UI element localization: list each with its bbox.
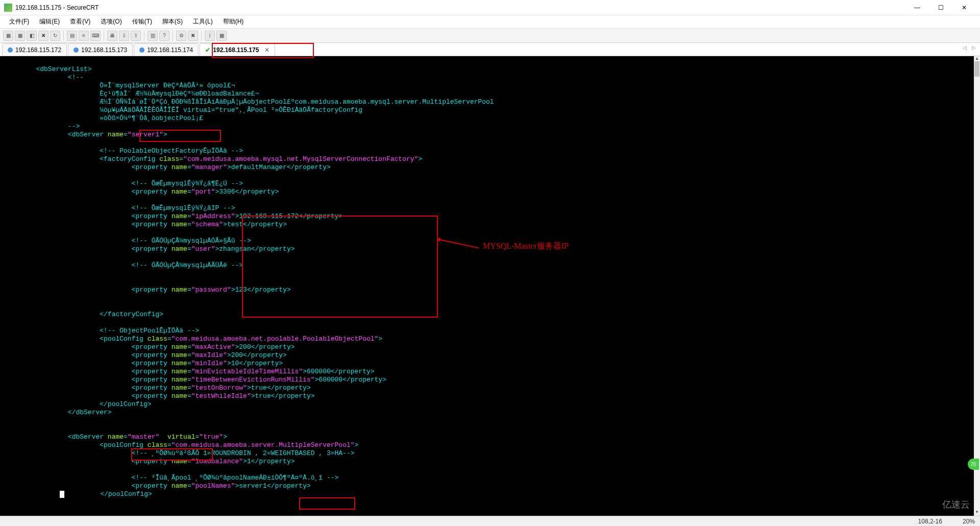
menu-script[interactable]: 脚本(S) [157,15,188,28]
close-button[interactable]: ✕ [952,0,976,15]
toolbar-sep-1 [63,31,64,40]
annotation-text-master-ip: MYSQL-Master服务器IP [483,241,569,252]
menu-edit[interactable]: 编辑(E) [34,15,65,28]
menu-tools[interactable]: 工具(L) [188,15,218,28]
toolbar-btn-17[interactable]: ▦ [216,31,227,41]
menu-file[interactable]: 文件(F) [4,15,34,28]
terminal[interactable]: <dbServerList> <!-- Ò»Î¨mysqlServer ÐèÇª… [0,56,974,516]
status-position: 108,2-16 [918,518,942,525]
minimize-button[interactable]: — [905,0,929,15]
toolbar-sep-3 [144,31,144,40]
menu-help[interactable]: 帮助(H) [218,15,249,28]
tab-4-label: 192.168.115.175 [213,46,259,54]
cursor [60,491,64,498]
tab-1[interactable]: 192.168.115.172 [2,43,67,56]
bullet-icon [74,47,79,53]
tab-4-active[interactable]: ✔192.168.115.175✕ [200,43,275,56]
toolbar-sep-2 [104,31,104,40]
app-icon [4,4,12,12]
statusbar: 108,2-16 20% [0,516,980,526]
menu-options[interactable]: 选项(O) [95,15,127,28]
tabbar: 192.168.115.172 192.168.115.173 192.168.… [0,43,980,56]
toolbar-sep-5 [201,31,202,40]
bullet-icon [8,47,13,53]
toolbar-btn-4[interactable]: ✖ [38,31,48,41]
menu-view[interactable]: 查看(V) [65,15,95,28]
toolbar-btn-11[interactable]: ⇧ [131,31,141,41]
toolbar-btn-8[interactable]: ⌨ [90,31,101,41]
toolbar-sep-4 [173,31,173,40]
toolbar-btn-13[interactable]: ? [159,31,169,41]
side-badge[interactable]: 70 [968,459,979,470]
toolbar-btn-10[interactable]: ⇩ [119,31,129,41]
toolbar-btn-1[interactable]: ▦ [3,31,13,41]
menubar: 文件(F) 编辑(E) 查看(V) 选项(O) 传输(T) 脚本(S) 工具(L… [0,15,980,29]
toolbar-btn-6[interactable]: ▤ [67,31,77,41]
toolbar-btn-9[interactable]: 🖶 [107,31,117,41]
menu-transfer[interactable]: 传输(T) [127,15,157,28]
toolbar-btn-15[interactable]: ✖ [188,31,198,41]
toolbar-btn-5[interactable]: ↻ [50,31,60,41]
scroll-down-icon[interactable]: ▼ [974,510,980,516]
tab-close-icon[interactable]: ✕ [264,46,270,54]
tab-scroll-right[interactable]: ▷ [970,45,978,51]
maximize-button[interactable]: ☐ [929,0,952,15]
toolbar-btn-12[interactable]: ▥ [148,31,158,41]
window-title: 192.168.115.175 - SecureCRT [15,4,905,11]
toolbar-btn-7[interactable]: ≡ [79,31,89,41]
scrollbar-thumb[interactable] [974,61,979,77]
toolbar: ▦ ▦ ◧ ✖ ↻ ▤ ≡ ⌨ 🖶 ⇩ ⇧ ▥ ? ⚙ ✖ i ▦ [0,29,980,43]
tab-3[interactable]: 192.168.115.174 [134,43,199,56]
status-percent: 20% [963,518,975,525]
toolbar-btn-2[interactable]: ▦ [15,31,25,41]
toolbar-btn-14[interactable]: ⚙ [176,31,186,41]
vertical-scrollbar[interactable]: ▲ ▼ [974,56,980,516]
tab-3-label: 192.168.115.174 [147,46,193,54]
tab-scroll-left[interactable]: ◁ [961,45,969,51]
toolbar-btn-3[interactable]: ◧ [27,31,37,41]
tab-2-label: 192.168.115.173 [81,46,127,54]
titlebar: 192.168.115.175 - SecureCRT — ☐ ✕ [0,0,980,15]
toolbar-btn-16[interactable]: i [205,31,215,41]
check-icon: ✔ [205,46,210,54]
tab-2[interactable]: 192.168.115.173 [68,43,133,56]
watermark: 亿速云 [942,498,970,511]
tab-1-label: 192.168.115.172 [15,46,61,54]
tab-scroll: ◁ ▷ [961,45,978,51]
bullet-icon [139,47,144,53]
